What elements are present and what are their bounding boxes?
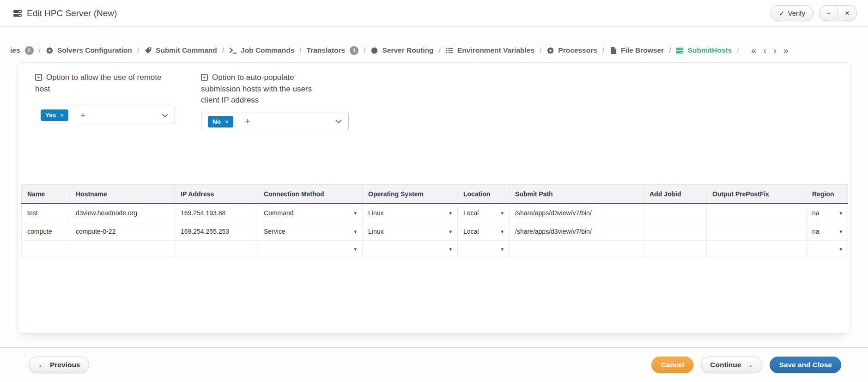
config-tabs: ies 2 / Solvers Configuration / Submit C… — [0, 43, 868, 57]
tab-solvers-configuration[interactable]: Solvers Configuration — [46, 46, 132, 55]
cell-name[interactable]: test — [22, 204, 70, 222]
cell-region-dropdown[interactable]: na▼ — [807, 222, 848, 241]
tab-label: Processors — [558, 46, 597, 55]
check-icon: ✓ — [779, 9, 785, 18]
tab-label: ies — [10, 46, 20, 55]
cell-hostname[interactable]: compute-0-22 — [70, 222, 175, 241]
save-and-close-button[interactable]: Save and Close — [770, 357, 841, 373]
prev-page-arrow[interactable]: ‹ — [763, 46, 766, 55]
continue-label: Continue — [710, 361, 741, 369]
dropdown-caret-icon: ▼ — [449, 229, 453, 234]
circle-icon — [370, 47, 378, 55]
cancel-button[interactable]: Cancel — [651, 357, 693, 373]
chevron-down-icon[interactable] — [162, 111, 168, 120]
remove-tag-icon[interactable]: × — [225, 119, 229, 125]
cell-connection-dropdown[interactable]: Command▼ — [258, 204, 363, 222]
close-button[interactable]: × — [838, 6, 856, 21]
col-connection-method: Connection Method — [258, 185, 363, 204]
footer-actions: Cancel Continue → Save and Close — [651, 357, 841, 373]
cell-add-jobid[interactable] — [644, 241, 707, 257]
cell-connection-dropdown[interactable]: Service▼ — [258, 222, 363, 241]
tab-file-browser[interactable]: File Browser — [609, 46, 664, 55]
remove-tag-icon[interactable]: × — [60, 112, 64, 118]
breadcrumb-separator: / — [364, 46, 365, 55]
table-header-row: Name Hostname IP Address Connection Meth… — [22, 185, 848, 204]
dropdown-caret-icon: ▼ — [500, 210, 504, 215]
cell-add-jobid[interactable] — [644, 222, 707, 241]
cell-location-dropdown[interactable]: Local▼ — [458, 204, 510, 222]
cell-add-jobid[interactable] — [644, 204, 707, 222]
submit-hosts-table: Name Hostname IP Address Connection Meth… — [21, 184, 848, 257]
verify-button[interactable]: ✓ Verify — [771, 5, 813, 21]
col-location: Location — [458, 185, 510, 204]
cell-hostname[interactable]: d3view.headnode.org — [70, 204, 175, 222]
tab-job-commands[interactable]: Job Commands — [229, 46, 294, 55]
breadcrumb-separator: / — [669, 46, 671, 55]
cell-submit-path[interactable] — [510, 241, 644, 257]
tab-label: Translators — [307, 46, 346, 55]
collapse-icon — [201, 73, 208, 84]
first-page-arrow[interactable]: « — [751, 46, 756, 55]
cell-submit-path[interactable]: /share/apps/d3view/v7/bin/ — [510, 204, 644, 222]
dropdown-caret-icon: ▼ — [839, 210, 843, 215]
minimize-button[interactable]: − — [819, 6, 838, 21]
continue-button[interactable]: Continue → — [701, 357, 762, 373]
selected-tag: Yes × — [41, 109, 68, 121]
cell-name[interactable]: compute — [22, 222, 70, 241]
last-page-arrow[interactable]: » — [783, 46, 789, 55]
dropdown-caret-icon: ▼ — [500, 229, 504, 234]
dropdown-caret-icon: ▼ — [353, 229, 358, 234]
cell-region-dropdown[interactable]: ▼ — [807, 241, 848, 257]
cell-submit-path[interactable]: /share/apps/d3view/v7/bin/ — [510, 222, 644, 241]
previous-button[interactable]: ← Previous — [29, 357, 89, 373]
cell-hostname[interactable] — [70, 241, 175, 257]
cell-os-dropdown[interactable]: Linux▼ — [363, 222, 458, 241]
tag-value: No — [212, 118, 221, 125]
cell-location-dropdown[interactable]: Local▼ — [458, 222, 510, 241]
title-group: Edit HPC Server (New) — [13, 8, 117, 18]
tab-truncated[interactable]: ies 2 — [10, 46, 34, 55]
options-row: Option to allow the use of remote host Y… — [18, 63, 850, 130]
remote-host-label: Option to allow the use of remote host — [35, 72, 164, 95]
cell-output-prepostfix[interactable] — [707, 222, 807, 241]
tab-environment-variables[interactable]: Environment Variables — [446, 46, 534, 55]
tab-badge: 2 — [25, 46, 34, 55]
cell-output-prepostfix[interactable] — [707, 204, 807, 222]
cell-connection-dropdown[interactable]: ▼ — [258, 241, 363, 257]
chevron-down-icon[interactable] — [335, 117, 342, 126]
tab-label: Solvers Configuration — [57, 46, 132, 55]
tab-submithosts[interactable]: SubmitHosts — [676, 46, 732, 55]
auto-populate-select[interactable]: No × + — [201, 113, 349, 130]
window-title: Edit HPC Server (New) — [27, 8, 117, 18]
cell-ip[interactable]: 169.254.193.88 — [175, 204, 258, 222]
cell-output-prepostfix[interactable] — [707, 241, 807, 257]
cell-os-dropdown[interactable]: Linux▼ — [363, 204, 458, 222]
col-hostname: Hostname — [70, 185, 175, 204]
col-region: Region — [807, 185, 848, 204]
add-value-icon[interactable]: + — [80, 110, 85, 121]
footer-bar: ← Previous Cancel Continue → Save and Cl… — [0, 348, 868, 382]
add-value-icon[interactable]: + — [245, 116, 250, 127]
remote-host-option: Option to allow the use of remote host Y… — [35, 72, 175, 130]
cell-ip[interactable] — [175, 241, 258, 257]
tab-server-routing[interactable]: Server Routing — [370, 46, 433, 55]
tab-submit-command[interactable]: Submit Command — [144, 46, 217, 55]
verify-label: Verify — [788, 9, 805, 17]
tag-icon — [144, 47, 152, 55]
tab-translators[interactable]: Translators 1 — [307, 46, 359, 55]
dropdown-caret-icon: ▼ — [839, 246, 843, 251]
cell-region-dropdown[interactable]: na▼ — [807, 204, 848, 222]
cell-location-dropdown[interactable]: ▼ — [458, 241, 510, 257]
next-page-arrow[interactable]: › — [773, 46, 777, 55]
cell-name[interactable] — [22, 241, 70, 257]
breadcrumb-separator: / — [39, 46, 41, 55]
cell-os-dropdown[interactable]: ▼ — [363, 241, 458, 257]
cancel-label: Cancel — [661, 361, 684, 369]
col-name: Name — [22, 185, 70, 204]
tab-label: Submit Command — [156, 46, 217, 55]
remote-host-select[interactable]: Yes × + — [34, 107, 175, 124]
tab-processors[interactable]: Processors — [546, 46, 597, 55]
terminal-icon — [229, 47, 237, 55]
cell-ip[interactable]: 169.254.255.253 — [175, 222, 258, 241]
cell-value: na — [812, 209, 819, 217]
